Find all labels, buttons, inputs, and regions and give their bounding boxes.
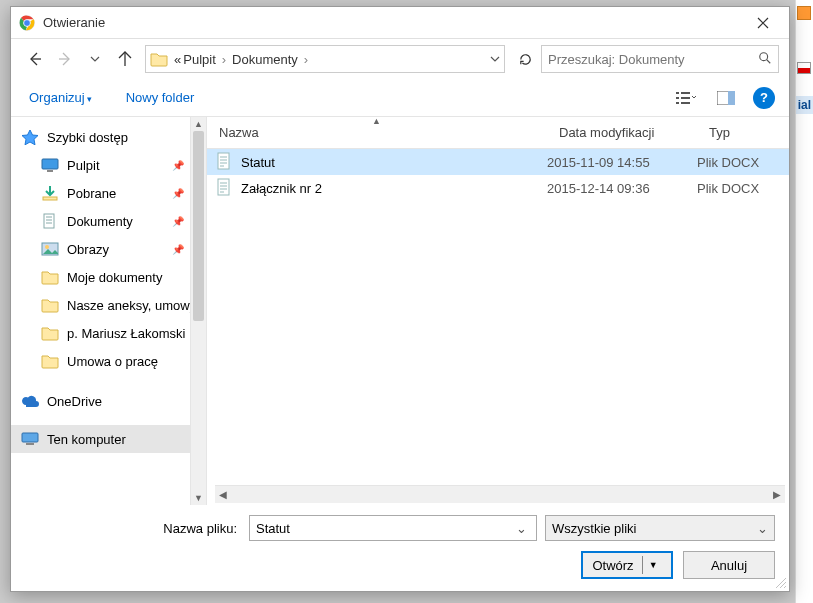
bg-orange-icon (797, 6, 811, 20)
star-icon (21, 129, 39, 145)
back-button[interactable] (21, 45, 49, 73)
tree-label: Nasze aneksy, umowy (67, 298, 190, 313)
column-name[interactable]: Nazwa ▲ (207, 117, 547, 148)
file-name: Załącznik nr 2 (241, 181, 547, 196)
help-button[interactable]: ? (753, 87, 775, 109)
filename-label: Nazwa pliku: (25, 521, 241, 536)
chevron-down-icon[interactable] (490, 54, 500, 64)
breadcrumb-prefix: « (174, 52, 181, 67)
chevron-down-icon (90, 54, 100, 64)
preview-pane-icon (717, 91, 735, 105)
organize-menu[interactable]: Organizuj▾ (25, 84, 96, 111)
dialog-footer: Nazwa pliku: ⌄ Wszystkie pliki ⌄ Otwórz … (11, 505, 789, 591)
svg-rect-11 (728, 91, 735, 105)
bg-flag-icon (797, 62, 811, 74)
recent-dropdown[interactable] (81, 45, 109, 73)
scroll-down-icon[interactable]: ▼ (191, 491, 206, 505)
dialog-body: Szybki dostęp Pulpit📌Pobrane📌Dokumenty📌O… (11, 117, 789, 505)
scroll-up-icon[interactable]: ▲ (191, 117, 206, 131)
pin-icon: 📌 (172, 160, 184, 171)
svg-point-3 (760, 52, 768, 60)
filename-combobox[interactable]: ⌄ (249, 515, 537, 541)
cancel-button[interactable]: Anuluj (683, 551, 775, 579)
svg-rect-21 (218, 179, 229, 195)
tree-onedrive[interactable]: OneDrive (11, 387, 190, 415)
file-list-area: Nazwa ▲ Data modyfikacji Typ Statut2015-… (207, 117, 789, 505)
open-label: Otwórz (592, 558, 633, 573)
tree-item[interactable]: Umowa o pracę (11, 347, 190, 375)
tree-label: Obrazy (67, 242, 109, 257)
tree-label: Szybki dostęp (47, 130, 128, 145)
horizontal-scrollbar[interactable]: ◀ ▶ (215, 485, 785, 503)
tree-item[interactable]: Pulpit📌 (11, 151, 190, 179)
address-bar[interactable]: « Pulpit › Dokumenty › (145, 45, 505, 73)
arrow-up-icon (117, 51, 133, 67)
close-button[interactable] (741, 8, 785, 38)
search-icon (758, 51, 772, 68)
file-type-filter[interactable]: Wszystkie pliki ⌄ (545, 515, 775, 541)
tree-this-pc[interactable]: Ten komputer (11, 425, 190, 453)
file-row[interactable]: Załącznik nr 22015-12-14 09:36Plik DOCX (207, 175, 789, 201)
tree-scrollbar[interactable]: ▲ ▼ (190, 117, 206, 505)
tree-item[interactable]: p. Mariusz Łakomski (11, 319, 190, 347)
tree-item[interactable]: Nasze aneksy, umowy (11, 291, 190, 319)
toolbar: Organizuj▾ Nowy folder ? (11, 79, 789, 117)
view-list-icon (676, 91, 696, 105)
column-date[interactable]: Data modyfikacji (547, 117, 697, 148)
preview-pane-button[interactable] (709, 85, 743, 111)
folder-icon (150, 50, 168, 68)
scroll-thumb[interactable] (193, 131, 204, 321)
file-row[interactable]: Statut2015-11-09 14:55Plik DOCX (207, 149, 789, 175)
new-folder-label: Nowy folder (126, 90, 195, 105)
column-headers: Nazwa ▲ Data modyfikacji Typ (207, 117, 789, 149)
tree-quick-access[interactable]: Szybki dostęp (11, 123, 190, 151)
column-type[interactable]: Typ (697, 117, 789, 148)
column-label: Typ (709, 125, 730, 140)
view-mode-button[interactable] (669, 85, 703, 111)
svg-rect-14 (43, 197, 57, 200)
svg-rect-15 (44, 214, 54, 228)
open-button[interactable]: Otwórz ▼ (581, 551, 673, 579)
pin-icon: 📌 (172, 216, 184, 227)
refresh-button[interactable] (511, 45, 539, 73)
filename-input[interactable] (256, 521, 512, 536)
refresh-icon (518, 52, 533, 67)
sort-asc-icon: ▲ (372, 116, 381, 126)
breadcrumb-item[interactable]: Dokumenty (232, 52, 298, 67)
tree-item[interactable]: Pobrane📌 (11, 179, 190, 207)
search-box[interactable] (541, 45, 779, 73)
titlebar: Otwieranie (11, 7, 789, 39)
chevron-down-icon[interactable]: ⌄ (512, 521, 530, 536)
scroll-left-icon[interactable]: ◀ (215, 486, 231, 503)
search-input[interactable] (548, 52, 758, 67)
svg-rect-20 (218, 153, 229, 169)
svg-rect-9 (681, 102, 690, 104)
tree-label: Pobrane (67, 186, 116, 201)
column-label: Nazwa (219, 125, 259, 140)
tree-label: p. Mariusz Łakomski (67, 326, 185, 341)
cancel-label: Anuluj (711, 558, 747, 573)
svg-rect-8 (676, 102, 679, 104)
forward-button[interactable] (51, 45, 79, 73)
new-folder-button[interactable]: Nowy folder (122, 84, 199, 111)
tree-item[interactable]: Dokumenty📌 (11, 207, 190, 235)
chrome-icon (19, 15, 35, 31)
chevron-right-icon: › (218, 52, 230, 67)
svg-rect-7 (681, 97, 690, 99)
tree-label: Ten komputer (47, 432, 126, 447)
tree-item[interactable]: Obrazy📌 (11, 235, 190, 263)
open-split-dropdown[interactable]: ▼ (642, 556, 662, 574)
resize-grip-icon[interactable] (773, 575, 787, 589)
breadcrumb-item[interactable]: Pulpit (183, 52, 216, 67)
svg-rect-19 (26, 443, 34, 445)
close-icon (757, 17, 769, 29)
tree-item[interactable]: Moje dokumenty (11, 263, 190, 291)
tree-label: OneDrive (47, 394, 102, 409)
file-open-dialog: Otwieranie « Pulpit › Dokumenty (10, 6, 790, 592)
scroll-right-icon[interactable]: ▶ (769, 486, 785, 503)
svg-rect-12 (42, 159, 58, 169)
svg-rect-6 (676, 97, 679, 99)
file-date: 2015-11-09 14:55 (547, 155, 697, 170)
up-button[interactable] (111, 45, 139, 73)
arrow-left-icon (27, 51, 43, 67)
